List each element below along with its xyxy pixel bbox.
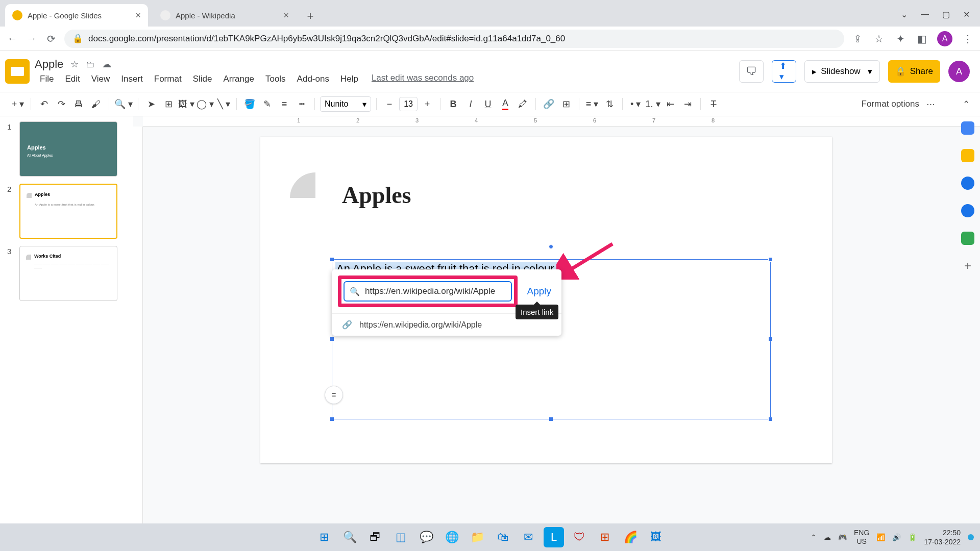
insert-link-button[interactable]: 🔗	[541, 96, 556, 112]
calendar-icon[interactable]	[961, 121, 974, 135]
comments-button[interactable]: 🗨	[739, 60, 764, 83]
menu-edit[interactable]: Edit	[60, 73, 85, 85]
underline-button[interactable]: U	[480, 96, 496, 112]
mail-icon[interactable]: ✉	[518, 527, 538, 547]
link-url-input[interactable]	[365, 286, 506, 296]
new-slide-button[interactable]: + ▾	[10, 96, 26, 112]
decrease-font-button[interactable]: −	[382, 96, 397, 112]
menu-tools[interactable]: Tools	[260, 73, 291, 85]
slide-thumbnail-3[interactable]: Works Cited ――― ――― ――― ――― ――― ――― ――― …	[19, 246, 117, 301]
menu-view[interactable]: View	[86, 73, 115, 85]
border-color-button[interactable]: ✎	[259, 96, 275, 112]
bold-button[interactable]: B	[446, 96, 461, 112]
close-icon[interactable]: ×	[135, 10, 141, 21]
resize-handle[interactable]	[330, 257, 334, 262]
close-icon[interactable]: ×	[283, 10, 289, 21]
slide-thumbnail-2[interactable]: Apples An Apple is a sweet fruit that is…	[19, 184, 117, 239]
slideshow-button[interactable]: ▸ Slideshow ▾	[804, 60, 880, 83]
photos-icon[interactable]: 🖼	[646, 527, 666, 547]
keep-icon[interactable]	[961, 149, 974, 162]
maps-icon[interactable]	[961, 232, 974, 245]
reload-icon[interactable]: ⟳	[45, 33, 57, 45]
extensions-icon[interactable]: ✦	[894, 33, 906, 45]
menu-insert[interactable]: Insert	[116, 73, 148, 85]
tray-app-icon[interactable]: 🎮	[838, 533, 847, 541]
menu-help[interactable]: Help	[335, 73, 363, 85]
new-tab-button[interactable]: +	[300, 6, 321, 27]
font-size-input[interactable]: 13	[399, 97, 418, 111]
clear-format-button[interactable]: T	[706, 96, 721, 112]
resize-handle[interactable]	[768, 257, 773, 262]
insert-comment-button[interactable]: ⊞	[558, 96, 574, 112]
line-tool[interactable]: ╲ ▾	[216, 96, 231, 112]
lang-indicator[interactable]: ENG	[854, 529, 869, 537]
present-dropdown-button[interactable]: ⬆ ▾	[772, 60, 796, 83]
share-button[interactable]: 🔒 Share	[888, 60, 940, 83]
maximize-icon[interactable]: ▢	[942, 10, 950, 19]
edge-icon[interactable]: 🌐	[442, 527, 462, 547]
widgets-button[interactable]: ◫	[390, 527, 411, 547]
account-avatar[interactable]: A	[948, 61, 970, 82]
border-weight-button[interactable]: ≡	[277, 96, 292, 112]
resize-handle[interactable]	[330, 417, 334, 421]
speaker-notes-toggle[interactable]: ≡	[325, 386, 343, 404]
sidepanel-icon[interactable]: ◧	[916, 33, 928, 45]
paint-format-button[interactable]: 🖌	[88, 96, 104, 112]
app-icon[interactable]: L	[544, 527, 564, 547]
italic-button[interactable]: I	[463, 96, 478, 112]
browser-tab-inactive[interactable]: Apple - Wikipedia ×	[153, 4, 296, 27]
print-button[interactable]: 🖶	[71, 96, 86, 112]
link-search-field[interactable]: 🔍	[344, 281, 512, 302]
resize-handle[interactable]	[768, 337, 773, 341]
document-title[interactable]: Apple	[35, 58, 63, 71]
volume-icon[interactable]: 🔊	[892, 533, 901, 541]
textbox-tool[interactable]: ⊞	[161, 96, 176, 112]
increase-indent-button[interactable]: ⇥	[680, 96, 695, 112]
format-options-button[interactable]: Format options	[862, 99, 919, 109]
last-edit-link[interactable]: Last edit was seconds ago	[372, 73, 474, 85]
url-input[interactable]: 🔒 docs.google.com/presentation/d/1ebTKA9…	[64, 30, 844, 48]
minimize-icon[interactable]: ―	[921, 10, 929, 19]
menu-arrange[interactable]: Arrange	[218, 73, 259, 85]
align-button[interactable]: ≡ ▾	[584, 96, 600, 112]
start-button[interactable]: ⊞	[314, 527, 334, 547]
tray-chevron-icon[interactable]: ⌃	[811, 533, 817, 541]
notifications-icon[interactable]	[968, 534, 974, 540]
battery-icon[interactable]: 🔋	[908, 533, 917, 541]
chat-button[interactable]: 💬	[416, 527, 436, 547]
task-view-button[interactable]: 🗗	[365, 527, 385, 547]
font-select[interactable]: Nunito ▾	[320, 96, 371, 112]
menu-file[interactable]: File	[35, 73, 59, 85]
wifi-icon[interactable]: 📶	[876, 533, 885, 541]
image-tool[interactable]: 🖼 ▾	[178, 96, 194, 112]
decrease-indent-button[interactable]: ⇤	[663, 96, 678, 112]
shape-tool[interactable]: ◯ ▾	[197, 96, 214, 112]
redo-button[interactable]: ↷	[54, 96, 69, 112]
onedrive-icon[interactable]: ☁	[824, 533, 831, 541]
resize-handle[interactable]	[549, 417, 553, 421]
zoom-button[interactable]: 🔍 ▾	[114, 96, 133, 112]
bullet-list-button[interactable]: • ▾	[628, 96, 643, 112]
browser-tab-active[interactable]: Apple - Google Slides ×	[5, 4, 148, 27]
resize-handle[interactable]	[768, 417, 773, 421]
clock[interactable]: 22:50 17-03-2022	[924, 528, 961, 546]
share-page-icon[interactable]: ⇪	[851, 33, 864, 45]
fill-color-button[interactable]: 🪣	[242, 96, 257, 112]
slide-thumbnail-1[interactable]: Apples All About Apples	[19, 121, 117, 177]
collapse-toolbar-icon[interactable]: ⌃	[963, 99, 970, 110]
store-icon[interactable]: 🛍	[493, 527, 513, 547]
rotate-handle[interactable]	[549, 244, 553, 249]
menu-addons[interactable]: Add-ons	[292, 73, 334, 85]
canvas-area[interactable]: 1 2 3 4 5 6 7 8 Apples An Apple is a swe…	[133, 116, 980, 530]
undo-button[interactable]: ↶	[36, 96, 52, 112]
text-color-button[interactable]: A	[498, 96, 513, 112]
number-list-button[interactable]: 1. ▾	[645, 96, 660, 112]
increase-font-button[interactable]: +	[420, 96, 435, 112]
menu-icon[interactable]: ⋮	[962, 33, 974, 45]
bookmark-icon[interactable]: ☆	[873, 33, 885, 45]
menu-format[interactable]: Format	[149, 73, 187, 85]
slides-logo-icon[interactable]	[5, 59, 30, 84]
border-dash-button[interactable]: ┅	[294, 96, 309, 112]
select-tool[interactable]: ➤	[143, 96, 159, 112]
tab-search-icon[interactable]: ⌄	[901, 10, 908, 19]
